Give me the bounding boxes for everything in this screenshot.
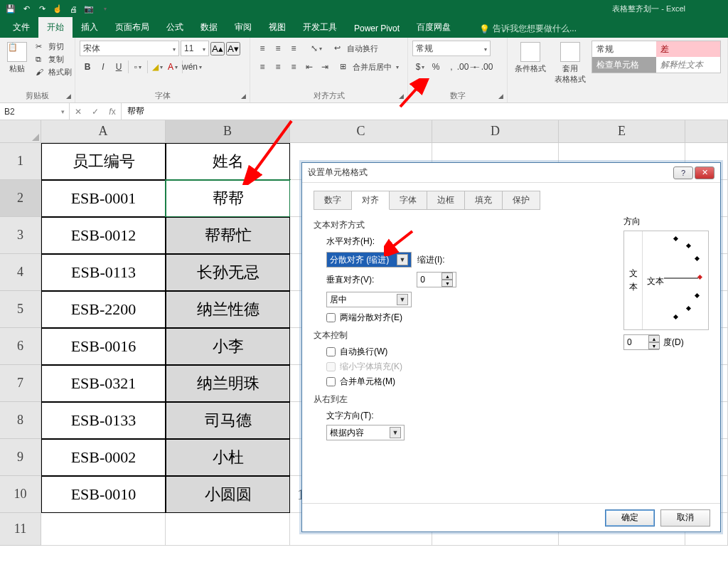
cell-A5[interactable]: ESB-2200: [41, 291, 166, 328]
cell-A9[interactable]: ESB-0002: [41, 439, 166, 476]
increase-indent-button[interactable]: ⇥: [317, 59, 333, 75]
tab-formulas[interactable]: 公式: [158, 17, 192, 38]
row-header-3[interactable]: 3: [0, 217, 41, 254]
name-box[interactable]: B2▾: [0, 103, 70, 120]
clipboard-launcher[interactable]: ◢: [63, 91, 73, 101]
fx-icon[interactable]: fx: [104, 107, 121, 117]
qat-more-icon[interactable]: [98, 3, 111, 16]
copy-button[interactable]: ⧉复制: [33, 53, 75, 65]
align-right-button[interactable]: ≡: [286, 59, 301, 75]
cell-B4[interactable]: 长孙无忌: [166, 254, 290, 291]
border-button[interactable]: ▫: [130, 59, 146, 75]
indent-spinner[interactable]: ▲▼: [417, 272, 456, 287]
dlg-tab-number[interactable]: 数字: [314, 191, 352, 210]
tab-powerpivot[interactable]: Power Pivot: [346, 19, 408, 38]
decrease-font-button[interactable]: A▾: [226, 42, 240, 55]
cell-B5[interactable]: 纳兰性德: [166, 291, 290, 328]
font-name-combo[interactable]: 宋体: [80, 41, 179, 56]
tab-view[interactable]: 视图: [260, 17, 294, 38]
spin-down-icon[interactable]: ▼: [648, 342, 660, 349]
merge-cells-checkbox[interactable]: [326, 377, 336, 386]
cell-A4[interactable]: ESB-0113: [41, 254, 166, 291]
wrap-text-checkbox[interactable]: [326, 347, 336, 356]
decrease-indent-button[interactable]: ⇤: [301, 59, 317, 75]
cell-B11[interactable]: [166, 513, 290, 546]
paste-button[interactable]: 📋 粘贴: [4, 41, 30, 75]
degree-spinner[interactable]: ▲▼: [623, 334, 659, 350]
select-all-corner[interactable]: [0, 120, 41, 143]
dlg-tab-align[interactable]: 对齐: [352, 191, 390, 210]
cell-A10[interactable]: ESB-0010: [41, 476, 166, 513]
font-size-combo[interactable]: 11: [181, 41, 209, 56]
touch-mode-icon[interactable]: ☝: [51, 3, 64, 16]
align-middle-button[interactable]: ≡: [270, 41, 286, 56]
cell-A3[interactable]: ESB-0012: [41, 217, 166, 254]
format-painter-button[interactable]: 🖌格式刷: [33, 66, 75, 78]
spin-up-icon[interactable]: ▲: [648, 335, 660, 342]
cell-styles-gallery[interactable]: 常规 差 检查单元格 解释性文本: [592, 41, 721, 73]
merge-center-button[interactable]: ⊞合并后居中: [337, 61, 402, 73]
spin-up-icon[interactable]: ▲: [441, 273, 453, 280]
cell-A1[interactable]: 员工编号: [41, 143, 166, 180]
dlg-tab-font[interactable]: 字体: [390, 191, 427, 210]
undo-icon[interactable]: ↶: [20, 3, 33, 16]
print-preview-icon[interactable]: 🖨: [67, 3, 80, 16]
indent-value[interactable]: [417, 275, 441, 285]
phonetic-button[interactable]: wén: [184, 59, 200, 75]
ok-button[interactable]: 确定: [605, 509, 655, 527]
dlg-tab-fill[interactable]: 填充: [465, 191, 503, 210]
accounting-format-button[interactable]: $: [412, 59, 428, 75]
row-header-9[interactable]: 9: [0, 439, 41, 476]
tab-review[interactable]: 审阅: [226, 17, 260, 38]
number-launcher[interactable]: ◢: [496, 91, 505, 101]
orientation-vertical-button[interactable]: 文 本: [624, 231, 643, 329]
row-header-2[interactable]: 2: [0, 180, 41, 217]
col-header-D[interactable]: D: [432, 120, 559, 143]
row-header-5[interactable]: 5: [0, 291, 41, 328]
underline-button[interactable]: U: [111, 59, 127, 75]
v-align-combo[interactable]: 居中▼: [326, 292, 412, 307]
orientation-dial[interactable]: 文本: [643, 231, 708, 329]
decrease-decimal-button[interactable]: ←.00: [475, 59, 491, 75]
format-as-table-button[interactable]: 套用 表格格式: [552, 41, 589, 86]
spin-down-icon[interactable]: ▼: [441, 280, 453, 287]
tab-pagelayout[interactable]: 页面布局: [107, 17, 158, 38]
number-format-combo[interactable]: 常规: [412, 41, 491, 56]
cut-button[interactable]: ✂剪切: [33, 41, 75, 53]
tab-insert[interactable]: 插入: [73, 17, 107, 38]
cell-B8[interactable]: 司马德: [166, 402, 290, 439]
cell-A11[interactable]: [41, 513, 166, 546]
fill-color-button[interactable]: ◢: [149, 59, 165, 75]
dialog-titlebar[interactable]: 设置单元格格式 ? ✕: [302, 163, 720, 183]
italic-button[interactable]: I: [95, 59, 111, 75]
align-left-button[interactable]: ≡: [255, 59, 270, 75]
align-bottom-button[interactable]: ≡: [286, 41, 301, 56]
align-top-button[interactable]: ≡: [255, 41, 270, 56]
cell-B2[interactable]: 帮帮: [166, 180, 290, 217]
camera-icon[interactable]: 📷: [82, 3, 95, 16]
tell-me[interactable]: 💡 告诉我您想要做什么...: [473, 20, 582, 38]
col-header-F[interactable]: [685, 120, 728, 143]
style-check[interactable]: 检查单元格: [592, 57, 656, 73]
save-icon[interactable]: 💾: [4, 3, 17, 16]
col-header-E[interactable]: E: [559, 120, 685, 143]
row-header-10[interactable]: 10: [0, 476, 41, 513]
enter-edit-icon[interactable]: ✓: [87, 107, 104, 117]
row-header-8[interactable]: 8: [0, 402, 41, 439]
percent-button[interactable]: %: [428, 59, 444, 75]
row-header-1[interactable]: 1: [0, 143, 41, 180]
tab-file[interactable]: 文件: [4, 17, 38, 38]
dlg-tab-protect[interactable]: 保护: [503, 191, 540, 210]
tab-data[interactable]: 数据: [192, 17, 226, 38]
font-launcher[interactable]: ◢: [238, 91, 248, 101]
tab-baidu[interactable]: 百度网盘: [408, 17, 459, 38]
cell-B7[interactable]: 纳兰明珠: [166, 365, 290, 402]
col-header-A[interactable]: A: [41, 120, 166, 143]
row-header-7[interactable]: 7: [0, 365, 41, 402]
tab-home[interactable]: 开始: [38, 17, 73, 38]
bold-button[interactable]: B: [80, 59, 95, 75]
style-explain[interactable]: 解释性文本: [656, 57, 720, 73]
dialog-help-button[interactable]: ?: [673, 166, 693, 179]
col-header-C[interactable]: C: [290, 120, 432, 143]
cell-B10[interactable]: 小圆圆: [166, 476, 290, 513]
